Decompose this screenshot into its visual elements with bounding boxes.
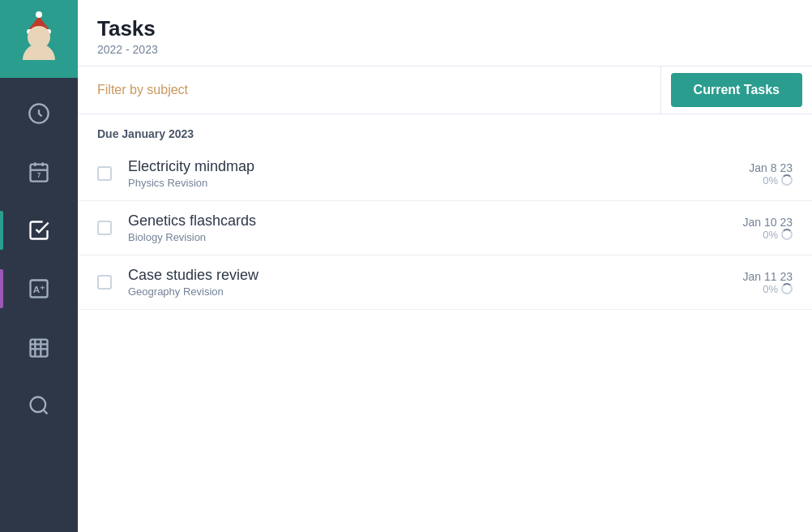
task-list: Due January 2023 Electricity mindmap Phy… <box>78 114 812 532</box>
sidebar-item-dashboard[interactable] <box>0 84 78 143</box>
svg-rect-8 <box>31 340 48 357</box>
task-subject-2: Biology Revision <box>128 231 743 243</box>
page-title: Tasks <box>97 16 793 41</box>
task-item[interactable]: Case studies review Geography Revision J… <box>78 255 812 310</box>
sidebar-item-grades[interactable]: A⁺ <box>0 260 78 318</box>
timetable-icon <box>28 336 50 358</box>
page-header: Tasks 2022 - 2023 <box>78 0 812 66</box>
task-date-3: Jan 11 23 <box>743 270 793 283</box>
task-checkbox-3[interactable] <box>97 275 112 290</box>
tasks-active-indicator <box>0 211 3 250</box>
grades-icon: A⁺ <box>28 277 50 300</box>
task-subject-1: Physics Revision <box>128 177 749 189</box>
sidebar-nav: 7 A⁺ <box>0 78 78 532</box>
avatar <box>0 0 78 78</box>
task-info-2: Genetics flashcards Biology Revision <box>128 212 743 243</box>
task-progress-1: 0% <box>749 174 793 187</box>
current-tasks-button[interactable]: Current Tasks <box>671 73 802 107</box>
task-subject-3: Geography Revision <box>128 285 743 298</box>
avatar-figure <box>18 18 60 60</box>
sidebar-item-search[interactable] <box>0 376 78 435</box>
svg-text:A⁺: A⁺ <box>33 284 45 294</box>
task-date-1: Jan 8 23 <box>749 161 793 174</box>
task-progress-2: 0% <box>743 229 793 241</box>
task-item[interactable]: Genetics flashcards Biology Revision Jan… <box>78 201 812 255</box>
section-header: Due January 2023 <box>78 114 812 147</box>
spinner-icon-3 <box>781 283 793 294</box>
task-meta-2: Jan 10 23 0% <box>743 216 793 241</box>
sidebar-item-tasks[interactable] <box>0 201 78 260</box>
sidebar-item-calendar[interactable]: 7 <box>0 143 78 201</box>
task-meta-1: Jan 8 23 0% <box>749 161 793 187</box>
task-checkbox-1[interactable] <box>97 166 112 181</box>
task-info-1: Electricity mindmap Physics Revision <box>128 158 749 189</box>
task-name-2: Genetics flashcards <box>128 212 743 230</box>
svg-point-13 <box>31 397 46 413</box>
filter-bar: Filter by subject Current Tasks <box>78 66 812 114</box>
page-subtitle: 2022 - 2023 <box>97 43 793 56</box>
task-checkbox-2[interactable] <box>97 221 112 235</box>
task-progress-3: 0% <box>743 283 793 295</box>
task-meta-3: Jan 11 23 0% <box>743 270 793 295</box>
filter-subject-button[interactable]: Filter by subject <box>78 66 661 114</box>
svg-line-14 <box>43 410 47 414</box>
main-content: Tasks 2022 - 2023 Filter by subject Curr… <box>78 0 812 532</box>
sidebar-item-timetable[interactable] <box>0 318 78 376</box>
search-icon <box>28 394 50 417</box>
spinner-icon-1 <box>781 174 793 186</box>
task-name-1: Electricity mindmap <box>128 158 749 175</box>
grades-active-indicator <box>0 269 3 308</box>
task-date-2: Jan 10 23 <box>743 216 793 229</box>
avatar-body <box>23 44 55 60</box>
calendar-icon: 7 <box>28 161 50 183</box>
svg-text:7: 7 <box>37 172 41 179</box>
dashboard-icon <box>28 102 50 125</box>
santa-hat-ball <box>36 11 42 18</box>
spinner-icon-2 <box>781 229 793 240</box>
task-info-3: Case studies review Geography Revision <box>128 267 743 298</box>
tasks-icon <box>28 219 50 242</box>
task-name-3: Case studies review <box>128 267 743 284</box>
sidebar: 7 A⁺ <box>0 0 78 532</box>
task-item[interactable]: Electricity mindmap Physics Revision Jan… <box>78 147 812 201</box>
